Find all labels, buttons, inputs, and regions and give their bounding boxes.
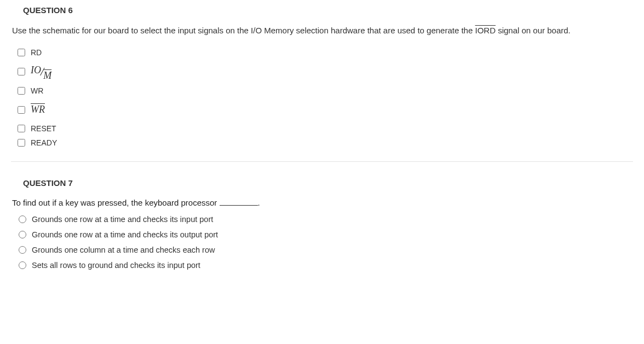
q6-checkbox-wr-bar[interactable] bbox=[18, 106, 25, 114]
q6-label-wr-bar: WR bbox=[31, 104, 45, 115]
q6-prompt-text-b: signal on our board. bbox=[496, 26, 571, 35]
q7-label-d: Sets all rows to ground and checks its i… bbox=[32, 261, 200, 270]
q6-option-wr-bar[interactable]: WR bbox=[18, 104, 633, 115]
q6-option-reset[interactable]: RESET bbox=[18, 124, 633, 133]
q6-io-denominator-m-bar: M bbox=[43, 70, 51, 81]
q6-label-rd: RD bbox=[31, 48, 42, 57]
q6-checkbox-wr[interactable] bbox=[18, 87, 25, 95]
q6-option-ready[interactable]: READY bbox=[18, 138, 633, 147]
q7-prompt-text: To find out if a key was pressed, the ke… bbox=[12, 198, 220, 207]
q7-label-a: Grounds one row at a time and checks its… bbox=[32, 215, 213, 224]
q6-prompt-signal-iord-bar: IORD bbox=[475, 26, 496, 35]
q6-io-numerator: IO bbox=[31, 65, 41, 75]
q7-radio-d[interactable] bbox=[19, 261, 26, 269]
question-6-prompt: Use the schematic for our board to selec… bbox=[12, 25, 633, 36]
q7-options: Grounds one row at a time and checks its… bbox=[19, 215, 633, 270]
q7-fill-blank bbox=[220, 197, 258, 206]
q7-option-d[interactable]: Sets all rows to ground and checks its i… bbox=[19, 261, 633, 270]
q6-label-ready: READY bbox=[31, 138, 57, 147]
q6-option-wr[interactable]: WR bbox=[18, 86, 633, 95]
q7-option-c[interactable]: Grounds one column at a time and checks … bbox=[19, 246, 633, 254]
q7-radio-b[interactable] bbox=[19, 231, 26, 238]
q6-options: RD IO/M WR WR RESET READY bbox=[18, 48, 633, 147]
question-7-header: QUESTION 7 bbox=[23, 178, 633, 188]
q6-option-rd[interactable]: RD bbox=[18, 48, 633, 57]
q7-option-a[interactable]: Grounds one row at a time and checks its… bbox=[19, 215, 633, 224]
q6-prompt-text-a: Use the schematic for our board to selec… bbox=[12, 26, 475, 35]
q6-checkbox-ready[interactable] bbox=[18, 139, 25, 147]
q7-option-b[interactable]: Grounds one row at a time and checks its… bbox=[19, 230, 633, 239]
question-6-header: QUESTION 6 bbox=[23, 5, 633, 15]
q7-label-c: Grounds one column at a time and checks … bbox=[32, 246, 215, 254]
question-7-prompt: To find out if a key was pressed, the ke… bbox=[12, 197, 633, 207]
q6-checkbox-rd[interactable] bbox=[18, 49, 25, 56]
q7-radio-a[interactable] bbox=[19, 215, 26, 223]
q7-prompt-suffix: . bbox=[258, 198, 260, 207]
q6-option-io-over-m-bar[interactable]: IO/M bbox=[18, 66, 633, 78]
q6-label-io-over-m-bar: IO/M bbox=[31, 66, 51, 78]
q7-label-b: Grounds one row at a time and checks its… bbox=[32, 230, 218, 239]
section-divider bbox=[11, 161, 633, 162]
q6-label-wr: WR bbox=[31, 86, 43, 95]
q6-checkbox-reset[interactable] bbox=[18, 125, 25, 132]
q6-checkbox-io-m[interactable] bbox=[18, 68, 25, 75]
page-container: QUESTION 6 Use the schematic for our boa… bbox=[0, 0, 644, 287]
q6-label-reset: RESET bbox=[31, 124, 56, 133]
q7-radio-c[interactable] bbox=[19, 246, 26, 254]
